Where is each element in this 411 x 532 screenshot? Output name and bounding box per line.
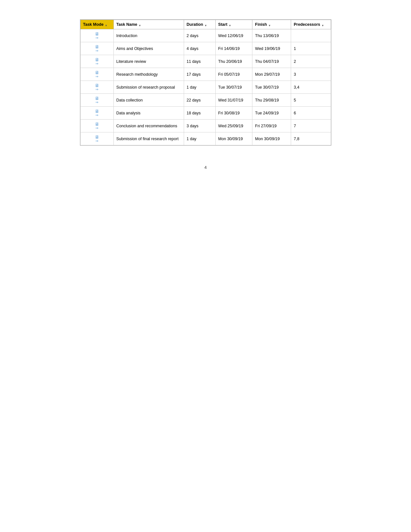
- table-header-row: Task Mode Task Name Duration: [80, 20, 331, 29]
- monitor-icon: 🖥: [95, 83, 99, 88]
- task-mode-sort-icon: [105, 23, 108, 26]
- monitor-icon: 🖥: [95, 135, 99, 139]
- arrow-icon: ⇒: [95, 75, 98, 78]
- finish-cell: Tue 24/09/19: [252, 107, 291, 120]
- task-mode-cell: 🖥 ⇒: [80, 81, 113, 94]
- finish-cell: Thu 13/06/19: [252, 29, 291, 42]
- predecessors-cell: 3: [291, 68, 331, 81]
- start-cell: Fri 05/07/19: [215, 68, 252, 81]
- predecessors-header[interactable]: Predecessors: [291, 20, 331, 29]
- start-header-label: Start: [218, 22, 227, 27]
- start-cell: Wed 12/06/19: [215, 29, 252, 42]
- finish-cell: Thu 04/07/19: [252, 55, 291, 68]
- arrow-icon: ⇒: [95, 62, 98, 65]
- duration-cell: 1 day: [184, 132, 215, 145]
- finish-header[interactable]: Finish: [252, 20, 291, 29]
- task-mode-icon: 🖥 ⇒: [95, 70, 99, 78]
- predecessors-header-label: Predecessors: [294, 22, 320, 27]
- predecessors-cell: [291, 29, 331, 42]
- table-row: 🖥 ⇒ Research methodology17 daysFri 05/07…: [80, 68, 331, 81]
- duration-cell: 17 days: [184, 68, 215, 81]
- finish-cell: Thu 29/08/19: [252, 94, 291, 107]
- task-mode-cell: 🖥 ⇒: [80, 68, 113, 81]
- duration-cell: 1 day: [184, 81, 215, 94]
- duration-cell: 11 days: [184, 55, 215, 68]
- task-mode-cell: 🖥 ⇒: [80, 132, 113, 145]
- start-cell: Mon 30/09/19: [215, 132, 252, 145]
- finish-cell: Fri 27/09/19: [252, 120, 291, 132]
- task-mode-header-label: Task Mode: [83, 22, 104, 27]
- monitor-icon: 🖥: [95, 44, 99, 49]
- task-mode-icon: 🖥 ⇒: [95, 109, 99, 117]
- table-row: 🖥 ⇒ Introduction2 daysWed 12/06/19Thu 13…: [80, 29, 331, 42]
- page-number: 4: [204, 165, 207, 170]
- predecessors-cell: 7: [291, 120, 331, 132]
- monitor-icon: 🖥: [95, 57, 99, 62]
- start-cell: Tue 30/07/19: [215, 81, 252, 94]
- duration-sort-icon: [204, 23, 208, 26]
- task-mode-header[interactable]: Task Mode: [80, 20, 113, 29]
- task-mode-icon: 🖥 ⇒: [95, 96, 99, 104]
- task-name-cell: Conclusion and recommendations: [113, 120, 184, 132]
- task-name-cell: Introduction: [113, 29, 184, 42]
- table-body: 🖥 ⇒ Introduction2 daysWed 12/06/19Thu 13…: [80, 29, 331, 145]
- task-name-cell: Submission of research proposal: [113, 81, 184, 94]
- duration-cell: 4 days: [184, 42, 215, 55]
- arrow-icon: ⇒: [95, 126, 98, 130]
- task-mode-cell: 🖥 ⇒: [80, 42, 113, 55]
- task-mode-icon: 🖥 ⇒: [95, 44, 99, 53]
- task-name-cell: Data collection: [113, 94, 184, 107]
- monitor-icon: 🖥: [95, 122, 99, 126]
- arrow-icon: ⇒: [95, 49, 98, 53]
- table-row: 🖥 ⇒ Data analysis18 daysFri 30/08/19Tue …: [80, 107, 331, 120]
- table-row: 🖥 ⇒ Aims and Objectives4 daysFri 14/06/1…: [80, 42, 331, 55]
- task-name-cell: Data analysis: [113, 107, 184, 120]
- gantt-table: Task Mode Task Name Duration: [80, 20, 331, 145]
- table-row: 🖥 ⇒ Data collection22 daysWed 31/07/19Th…: [80, 94, 331, 107]
- task-mode-icon: 🖥 ⇒: [95, 32, 99, 40]
- task-mode-cell: 🖥 ⇒: [80, 94, 113, 107]
- page-container: Task Mode Task Name Duration: [44, 0, 367, 196]
- table-row: 🖥 ⇒ Conclusion and recommendations3 days…: [80, 120, 331, 132]
- finish-cell: Mon 29/07/19: [252, 68, 291, 81]
- table-row: 🖥 ⇒ Submission of final research report1…: [80, 132, 331, 145]
- start-cell: Wed 25/09/19: [215, 120, 252, 132]
- task-name-header[interactable]: Task Name: [113, 20, 184, 29]
- finish-header-label: Finish: [255, 22, 267, 27]
- predecessors-cell: 2: [291, 55, 331, 68]
- start-cell: Thu 20/06/19: [215, 55, 252, 68]
- task-name-cell: Research methodology: [113, 68, 184, 81]
- task-name-cell: Submission of final research report: [113, 132, 184, 145]
- finish-sort-icon: [268, 23, 271, 26]
- monitor-icon: 🖥: [95, 70, 99, 75]
- arrow-icon: ⇒: [95, 101, 98, 104]
- task-mode-cell: 🖥 ⇒: [80, 107, 113, 120]
- predecessors-cell: 3,4: [291, 81, 331, 94]
- predecessors-cell: 7,8: [291, 132, 331, 145]
- start-cell: Fri 14/06/19: [215, 42, 252, 55]
- predecessors-cell: 5: [291, 94, 331, 107]
- duration-header-label: Duration: [187, 22, 203, 27]
- finish-cell: Mon 30/09/19: [252, 132, 291, 145]
- predecessors-cell: 6: [291, 107, 331, 120]
- finish-cell: Tue 30/07/19: [252, 81, 291, 94]
- arrow-icon: ⇒: [95, 36, 98, 40]
- table-row: 🖥 ⇒ Literature review11 daysThu 20/06/19…: [80, 55, 331, 68]
- duration-cell: 2 days: [184, 29, 215, 42]
- start-header[interactable]: Start: [215, 20, 252, 29]
- arrow-icon: ⇒: [95, 88, 98, 91]
- task-mode-cell: 🖥 ⇒: [80, 120, 113, 132]
- monitor-icon: 🖥: [95, 109, 99, 113]
- task-mode-cell: 🖥 ⇒: [80, 55, 113, 68]
- start-cell: Wed 31/07/19: [215, 94, 252, 107]
- arrow-icon: ⇒: [95, 113, 98, 117]
- monitor-icon: 🖥: [95, 96, 99, 101]
- table-row: 🖥 ⇒ Submission of research proposal1 day…: [80, 81, 331, 94]
- arrow-icon: ⇒: [95, 139, 98, 143]
- duration-header[interactable]: Duration: [184, 20, 215, 29]
- predecessors-sort-icon: [321, 23, 325, 26]
- finish-cell: Wed 19/06/19: [252, 42, 291, 55]
- task-name-cell: Aims and Objectives: [113, 42, 184, 55]
- gantt-table-wrapper: Task Mode Task Name Duration: [80, 19, 331, 146]
- task-mode-icon: 🖥 ⇒: [95, 135, 99, 143]
